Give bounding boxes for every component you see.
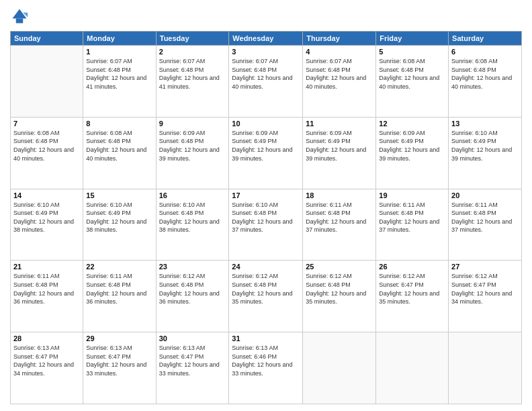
calendar-day-cell [303,332,376,404]
day-number: 12 [379,120,445,128]
day-detail: Sunrise: 6:10 AMSunset: 6:49 PMDaylight:… [451,129,519,163]
calendar-day-cell: 9Sunrise: 6:09 AMSunset: 6:48 PMDaylight… [156,117,229,189]
day-detail: Sunrise: 6:12 AMSunset: 6:48 PMDaylight:… [232,272,300,306]
calendar-day-header: Sunday [11,32,83,46]
calendar-day-cell: 21Sunrise: 6:11 AMSunset: 6:48 PMDayligh… [11,261,83,332]
day-detail: Sunrise: 6:13 AMSunset: 6:47 PMDaylight:… [159,344,226,377]
calendar-day-cell: 10Sunrise: 6:09 AMSunset: 6:49 PMDayligh… [229,117,303,189]
calendar-day-header: Thursday [303,32,376,46]
day-number: 23 [159,263,226,271]
day-number: 1 [86,48,152,56]
day-number: 29 [86,334,152,342]
day-number: 20 [451,191,519,199]
calendar-day-cell: 4Sunrise: 6:07 AMSunset: 6:48 PMDaylight… [303,46,376,118]
day-detail: Sunrise: 6:08 AMSunset: 6:48 PMDaylight:… [379,57,445,91]
calendar-day-cell: 22Sunrise: 6:11 AMSunset: 6:48 PMDayligh… [83,261,156,332]
calendar-day-cell: 14Sunrise: 6:10 AMSunset: 6:49 PMDayligh… [11,189,83,261]
day-detail: Sunrise: 6:10 AMSunset: 6:48 PMDaylight:… [232,201,300,234]
day-number: 7 [13,120,80,128]
logo [10,7,32,26]
day-detail: Sunrise: 6:07 AMSunset: 6:48 PMDaylight:… [86,57,152,91]
calendar-day-header: Wednesday [229,32,303,46]
calendar-day-cell: 13Sunrise: 6:10 AMSunset: 6:49 PMDayligh… [449,117,522,189]
calendar-day-cell: 19Sunrise: 6:11 AMSunset: 6:48 PMDayligh… [376,189,449,261]
day-detail: Sunrise: 6:09 AMSunset: 6:48 PMDaylight:… [159,129,226,163]
day-number: 5 [379,48,445,56]
day-number: 18 [306,191,373,199]
calendar-day-cell [449,332,522,404]
day-number: 28 [13,334,80,342]
calendar-day-cell: 31Sunrise: 6:13 AMSunset: 6:46 PMDayligh… [229,332,303,404]
calendar-day-cell: 5Sunrise: 6:08 AMSunset: 6:48 PMDaylight… [376,46,449,118]
day-detail: Sunrise: 6:10 AMSunset: 6:48 PMDaylight:… [159,201,226,234]
day-detail: Sunrise: 6:08 AMSunset: 6:48 PMDaylight:… [451,57,519,91]
day-detail: Sunrise: 6:13 AMSunset: 6:47 PMDaylight:… [13,344,80,377]
day-number: 17 [232,191,300,199]
calendar-day-cell: 18Sunrise: 6:11 AMSunset: 6:48 PMDayligh… [303,189,376,261]
calendar-day-header: Friday [376,32,449,46]
day-number: 26 [379,263,445,271]
day-number: 10 [232,120,300,128]
day-detail: Sunrise: 6:07 AMSunset: 6:48 PMDaylight:… [159,57,226,91]
day-detail: Sunrise: 6:12 AMSunset: 6:47 PMDaylight:… [379,272,445,306]
day-detail: Sunrise: 6:12 AMSunset: 6:48 PMDaylight:… [159,272,226,306]
day-detail: Sunrise: 6:08 AMSunset: 6:48 PMDaylight:… [86,129,152,163]
day-number: 30 [159,334,226,342]
day-detail: Sunrise: 6:13 AMSunset: 6:46 PMDaylight:… [232,344,300,377]
calendar-day-cell: 24Sunrise: 6:12 AMSunset: 6:48 PMDayligh… [229,261,303,332]
calendar-week-row: 21Sunrise: 6:11 AMSunset: 6:48 PMDayligh… [11,261,522,332]
calendar-day-cell: 3Sunrise: 6:07 AMSunset: 6:48 PMDaylight… [229,46,303,118]
calendar-day-cell: 25Sunrise: 6:12 AMSunset: 6:48 PMDayligh… [303,261,376,332]
calendar-header-row: SundayMondayTuesdayWednesdayThursdayFrid… [11,32,522,46]
day-detail: Sunrise: 6:09 AMSunset: 6:49 PMDaylight:… [306,129,373,163]
calendar-day-cell: 17Sunrise: 6:10 AMSunset: 6:48 PMDayligh… [229,189,303,261]
day-detail: Sunrise: 6:12 AMSunset: 6:47 PMDaylight:… [451,272,519,306]
day-number: 24 [232,263,300,271]
calendar-week-row: 28Sunrise: 6:13 AMSunset: 6:47 PMDayligh… [11,332,522,404]
day-number: 19 [379,191,445,199]
day-detail: Sunrise: 6:07 AMSunset: 6:48 PMDaylight:… [232,57,300,91]
calendar-day-cell [11,46,83,118]
day-number: 31 [232,334,300,342]
calendar-day-cell: 29Sunrise: 6:13 AMSunset: 6:47 PMDayligh… [83,332,156,404]
calendar-week-row: 7Sunrise: 6:08 AMSunset: 6:48 PMDaylight… [11,117,522,189]
day-detail: Sunrise: 6:10 AMSunset: 6:49 PMDaylight:… [13,201,80,234]
day-number: 13 [451,120,519,128]
day-detail: Sunrise: 6:11 AMSunset: 6:48 PMDaylight:… [379,201,445,234]
calendar-day-cell: 27Sunrise: 6:12 AMSunset: 6:47 PMDayligh… [449,261,522,332]
day-detail: Sunrise: 6:10 AMSunset: 6:49 PMDaylight:… [86,201,152,234]
calendar-table: SundayMondayTuesdayWednesdayThursdayFrid… [10,31,522,404]
calendar-day-cell: 6Sunrise: 6:08 AMSunset: 6:48 PMDaylight… [449,46,522,118]
day-number: 25 [306,263,373,271]
calendar-day-cell: 8Sunrise: 6:08 AMSunset: 6:48 PMDaylight… [83,117,156,189]
day-detail: Sunrise: 6:12 AMSunset: 6:48 PMDaylight:… [306,272,373,306]
day-number: 15 [86,191,152,199]
day-detail: Sunrise: 6:07 AMSunset: 6:48 PMDaylight:… [306,57,373,91]
calendar-day-cell: 20Sunrise: 6:11 AMSunset: 6:48 PMDayligh… [449,189,522,261]
day-number: 8 [86,120,152,128]
day-number: 4 [306,48,373,56]
calendar-day-cell: 11Sunrise: 6:09 AMSunset: 6:49 PMDayligh… [303,117,376,189]
calendar-day-cell: 16Sunrise: 6:10 AMSunset: 6:48 PMDayligh… [156,189,229,261]
day-number: 16 [159,191,226,199]
day-number: 22 [86,263,152,271]
calendar-day-cell [376,332,449,404]
day-number: 3 [232,48,300,56]
calendar-day-cell: 26Sunrise: 6:12 AMSunset: 6:47 PMDayligh… [376,261,449,332]
page: SundayMondayTuesdayWednesdayThursdayFrid… [0,0,532,411]
svg-rect-1 [16,19,24,24]
calendar-day-header: Saturday [449,32,522,46]
day-number: 6 [451,48,519,56]
day-detail: Sunrise: 6:09 AMSunset: 6:49 PMDaylight:… [379,129,445,163]
calendar-day-header: Monday [83,32,156,46]
calendar-day-cell: 15Sunrise: 6:10 AMSunset: 6:49 PMDayligh… [83,189,156,261]
calendar-day-cell: 23Sunrise: 6:12 AMSunset: 6:48 PMDayligh… [156,261,229,332]
day-detail: Sunrise: 6:09 AMSunset: 6:49 PMDaylight:… [232,129,300,163]
calendar-day-header: Tuesday [156,32,229,46]
day-detail: Sunrise: 6:11 AMSunset: 6:48 PMDaylight:… [13,272,80,306]
day-number: 14 [13,191,80,199]
calendar-day-cell: 7Sunrise: 6:08 AMSunset: 6:48 PMDaylight… [11,117,83,189]
day-number: 11 [306,120,373,128]
day-detail: Sunrise: 6:11 AMSunset: 6:48 PMDaylight:… [86,272,152,306]
day-detail: Sunrise: 6:13 AMSunset: 6:47 PMDaylight:… [86,344,152,377]
